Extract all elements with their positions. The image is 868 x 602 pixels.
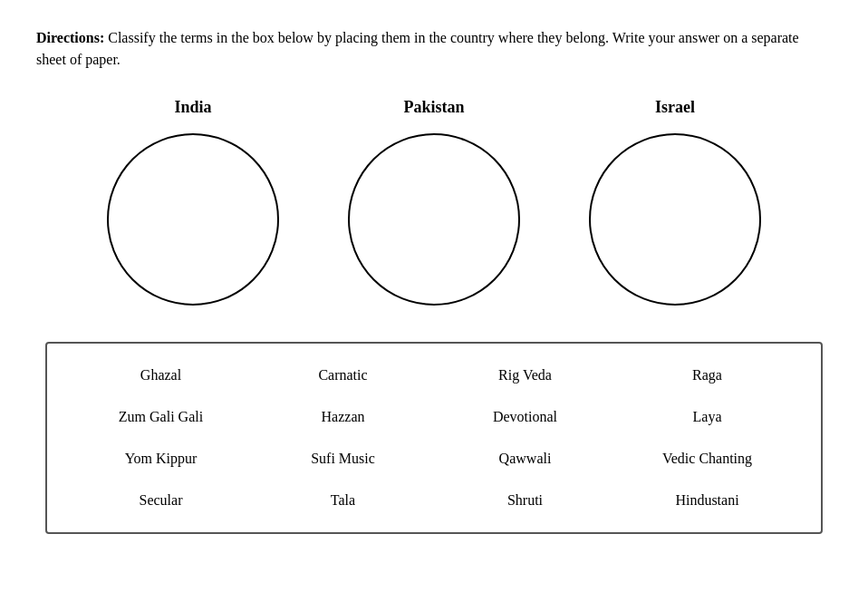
israel-circle <box>589 133 761 306</box>
term-item: Hazzan <box>256 403 429 431</box>
term-item: Shruti <box>439 487 612 514</box>
term-item: Ghazal <box>74 362 247 389</box>
directions-bold: Directions: <box>36 30 104 45</box>
term-item: Devotional <box>439 403 612 431</box>
term-item: Zum Gali Gali <box>74 403 247 431</box>
term-item: Hindustani <box>621 487 794 514</box>
countries-section: India Pakistan Israel <box>36 98 832 306</box>
india-column: India <box>107 98 279 306</box>
term-item: Rig Veda <box>439 362 612 389</box>
pakistan-label: Pakistan <box>403 98 464 117</box>
term-item: Secular <box>74 487 247 514</box>
pakistan-column: Pakistan <box>348 98 520 306</box>
directions-body: Classify the terms in the box below by p… <box>36 30 799 67</box>
israel-label: Israel <box>655 98 695 117</box>
directions-text: Directions: Classify the terms in the bo… <box>36 27 815 71</box>
terms-box: GhazalCarnaticRig VedaRagaZum Gali GaliH… <box>45 342 823 534</box>
term-item: Raga <box>621 362 794 389</box>
india-label: India <box>174 98 211 117</box>
term-item: Tala <box>256 487 429 514</box>
term-item: Sufi Music <box>256 445 429 472</box>
term-item: Laya <box>621 403 794 431</box>
india-circle <box>107 133 279 306</box>
pakistan-circle <box>348 133 520 306</box>
term-item: Carnatic <box>256 362 429 389</box>
term-item: Qawwali <box>439 445 612 472</box>
term-item: Vedic Chanting <box>621 445 794 472</box>
israel-column: Israel <box>589 98 761 306</box>
terms-grid: GhazalCarnaticRig VedaRagaZum Gali GaliH… <box>74 362 794 514</box>
term-item: Yom Kippur <box>74 445 247 472</box>
